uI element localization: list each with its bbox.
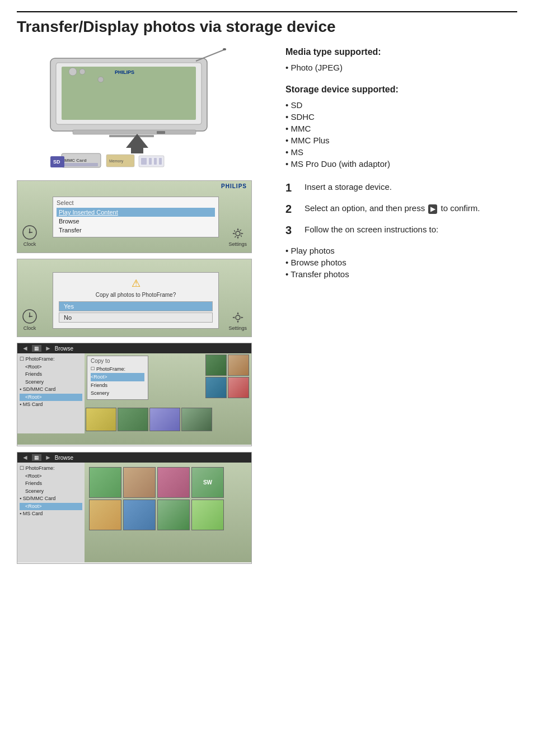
right-column: Media type supported: Photo (JPEG) Stora… (285, 47, 517, 570)
svg-text:MMC Card: MMC Card (64, 158, 87, 163)
device-svg: PHILIPS MMC Card (17, 47, 252, 170)
ft4-sdmmc: ▪ SD/MMC Card (20, 495, 82, 503)
dialog-text: Copy all photos to PhotoFrame? (59, 292, 213, 298)
svg-point-5 (79, 69, 85, 74)
svg-rect-9 (73, 130, 196, 134)
panel2-left-icons: Clock (22, 309, 38, 331)
panel4-nav-right[interactable]: ► (45, 454, 51, 461)
panel-copy-confirm: Clock Settings ⚠ Copy all photos to Phot… (17, 259, 252, 337)
step-2: 2 Select an option, and then press ▶ to … (285, 202, 517, 216)
dialog-yes-button[interactable]: Yes (59, 301, 213, 311)
main-thumb-1[interactable] (89, 467, 121, 498)
storage-item-4: MS (285, 146, 517, 158)
steps-section: 1 Insert a storage device. 2 Select an o… (285, 181, 517, 280)
media-type-list: Photo (JPEG) (285, 62, 517, 73)
ft-sdmmc: ▪ SD/MMC Card (20, 386, 82, 394)
follow-items-list: Play photos Browse photos Transfer photo… (285, 245, 517, 280)
ft4-root1: <Root> (20, 473, 82, 480)
panel4-header-bar: ◄ ▦ ► Browse (17, 452, 251, 463)
main-thumb-2[interactable] (123, 467, 156, 498)
ft4-friends: Friends (20, 480, 82, 488)
storage-list: SD SDHC MMC MMC Plus MS MS Pro Duo (with… (285, 99, 517, 170)
svg-rect-23 (149, 158, 152, 165)
panel4-nav-left[interactable]: ◄ (22, 454, 29, 461)
follow-item-0: Play photos (285, 245, 517, 256)
svg-rect-11 (157, 131, 165, 134)
clock-label-2: Clock (24, 325, 36, 331)
clock-icon (22, 225, 38, 240)
storage-device-section: Storage device supported: SD SDHC MMC MM… (285, 85, 517, 170)
svg-rect-13 (131, 147, 143, 153)
media-type-section: Media type supported: Photo (JPEG) (285, 47, 517, 73)
dialog-no-button[interactable]: No (59, 312, 213, 323)
main-thumb-7[interactable] (157, 500, 190, 530)
ft-root1: <Root> (20, 363, 82, 371)
step-1: 1 Insert a storage device. (285, 181, 517, 194)
panel-left-icons: Clock (22, 225, 38, 247)
panel-right-icons: Settings (228, 227, 247, 247)
svg-point-30 (236, 231, 240, 236)
main-thumb-8[interactable] (191, 500, 224, 530)
svg-point-29 (29, 232, 31, 234)
device-illustration: PHILIPS MMC Card (17, 47, 252, 170)
main-thumb-3[interactable] (157, 467, 190, 498)
menu-item-play[interactable]: Play Inserted Content (57, 208, 215, 217)
nav-right-arrow[interactable]: ► (45, 344, 51, 352)
clock-icon-2 (22, 309, 38, 324)
page-title: Transfer/Display photos via storage devi… (17, 11, 517, 36)
copy-to-root[interactable]: <Root> (91, 373, 144, 381)
menu-title: Select (57, 199, 215, 206)
thumb-nature (205, 354, 227, 376)
panel4-browse-icon: ▦ (32, 454, 41, 461)
main-thumb-6[interactable] (123, 500, 156, 530)
ft-ms: ▪ MS Card (20, 401, 82, 409)
svg-point-4 (69, 68, 77, 76)
svg-point-8 (223, 48, 226, 50)
svg-rect-16 (64, 163, 98, 166)
thumb-main-grid: SW (87, 465, 249, 533)
thumb-beach (205, 377, 227, 398)
ft-photoframe: ☐ PhotoFrame: (20, 356, 82, 363)
step-1-num: 1 (285, 181, 299, 194)
panel3-browse-label: Browse (55, 346, 73, 352)
svg-point-34 (29, 316, 31, 318)
svg-point-35 (236, 315, 240, 320)
panel2-right-icons: Settings (228, 311, 247, 331)
select-menu-box: Select Play Inserted Content Browse Tran… (53, 197, 219, 237)
follow-item-1: Browse photos (285, 256, 517, 268)
warning-triangle: ⚠ (59, 277, 213, 290)
nav-left-arrow[interactable]: ◄ (22, 344, 29, 352)
storage-item-1: SDHC (285, 111, 517, 123)
svg-text:PHILIPS: PHILIPS (115, 69, 134, 75)
menu-item-browse[interactable]: Browse (57, 217, 215, 226)
panel-browse-thumbs: ◄ ▦ ► Browse ☐ PhotoFrame: <Root> Friend… (17, 452, 252, 564)
philips-logo: PHILIPS (221, 183, 247, 189)
storage-item-2: MMC (285, 123, 517, 134)
copy-to-scenery[interactable]: Scenery (91, 389, 144, 397)
copy-to-menu: Copy to ☐ PhotoFrame: <Root> Friends Sce… (87, 356, 148, 400)
step-3-text: Follow the on screen instructions to: (305, 223, 438, 235)
thumb-misc2 (181, 408, 212, 431)
menu-item-transfer[interactable]: Transfer (57, 226, 215, 235)
clock-label: Clock (24, 241, 36, 247)
copy-to-friends[interactable]: Friends (91, 381, 144, 389)
main-thumb-4[interactable]: SW (191, 467, 224, 498)
step-2-text: Select an option, and then press ▶ to co… (305, 202, 480, 214)
left-column: PHILIPS MMC Card (17, 47, 269, 570)
thumb-outdoor (118, 408, 148, 431)
step-2-num: 2 (285, 202, 299, 216)
ft-root2-sel: <Root> (20, 394, 82, 402)
bottom-thumb-strip (86, 408, 249, 431)
ft-friends1: Friends (20, 371, 82, 379)
ft-scenery1: Scenery (20, 379, 82, 386)
thumb-misc (149, 408, 180, 431)
step-3-num: 3 (285, 223, 299, 237)
panel-select-menu: PHILIPS Clock (17, 180, 252, 253)
storage-heading: Storage device supported: (285, 85, 517, 95)
panel3-header-bar: ◄ ▦ ► Browse (17, 343, 251, 353)
ft4-root2-sel: <Root> (20, 503, 82, 511)
media-type-item-0: Photo (JPEG) (285, 62, 517, 73)
main-thumb-5[interactable] (89, 500, 121, 530)
copy-dialog-box: ⚠ Copy all photos to PhotoFrame? Yes No (53, 272, 219, 329)
svg-rect-22 (141, 158, 147, 165)
